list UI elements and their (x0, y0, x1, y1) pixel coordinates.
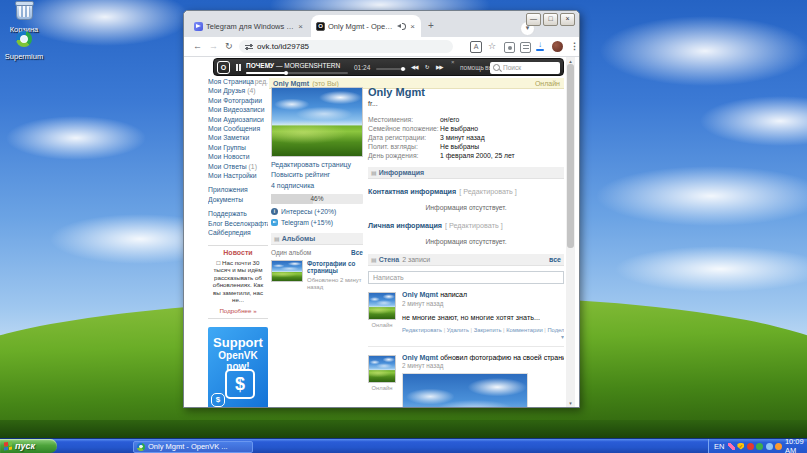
sidebar-item-audios[interactable]: Мои Аудиозаписи (208, 115, 268, 124)
sidebar-item-my-page[interactable]: Моя Страницаред. (208, 77, 268, 86)
edit-page-link[interactable]: Редактировать страницу (271, 161, 363, 168)
tab-close-icon[interactable]: × (409, 22, 416, 31)
volume-knob[interactable] (401, 67, 405, 71)
edit-link[interactable]: [ Редактировать ] (445, 221, 503, 230)
desktop-icon-supermium[interactable]: Supermium (0, 31, 48, 61)
download-icon[interactable]: ↓ (535, 40, 545, 51)
site-settings-icon[interactable] (245, 44, 253, 50)
player-close-icon[interactable]: × (451, 59, 455, 65)
next-track-icon[interactable]: ▶▶ (436, 64, 442, 70)
sidebar-item-friends[interactable]: Мои Друзья (4) (208, 86, 268, 95)
album-item[interactable]: Фотографии со страницы Обновлено 2 минут… (271, 260, 363, 291)
tray-shield-icon[interactable]: ✓ (737, 443, 744, 450)
sidebar-item-donate[interactable]: Поддержать (208, 209, 268, 218)
post-photo[interactable] (402, 373, 528, 407)
seek-bar[interactable] (246, 72, 348, 74)
sidebar-item-notes[interactable]: Мои Заметки (208, 133, 268, 142)
wall-all-link[interactable]: все (549, 254, 561, 265)
sidebar-item-videos[interactable]: Мои Видеозаписи (208, 105, 268, 114)
post-action-comments[interactable]: Комментарии (506, 327, 547, 333)
pause-button[interactable] (236, 64, 241, 71)
sidebar-item-cyberpedia[interactable]: Сайберпедия (208, 228, 268, 237)
post-timestamp[interactable]: 2 минут назад (402, 362, 564, 369)
post-author-link[interactable]: Only Mgmt (402, 354, 438, 361)
post-avatar[interactable] (368, 292, 396, 320)
tab-audio-speaker-icon[interactable] (397, 22, 406, 30)
address-bar[interactable]: ovk.to/id29785 (239, 40, 453, 53)
sidebar-item-settings[interactable]: Мои Настройки (208, 171, 268, 180)
previous-track-icon[interactable]: ◀◀ (411, 64, 417, 70)
boost-telegram-link[interactable]: Telegram (+15%) (271, 219, 363, 226)
post-action-edit[interactable]: Редактировать (402, 327, 447, 333)
search-input[interactable] (503, 64, 557, 71)
search-box[interactable] (490, 62, 560, 74)
owner-name[interactable]: Only Mgmt (273, 80, 309, 87)
tab-close-icon[interactable]: × (297, 22, 304, 31)
boost-interests-link[interactable]: iИнтересы (+20%) (271, 208, 363, 215)
sidebar-item-messages[interactable]: Мои Сообщения (208, 124, 268, 133)
start-button[interactable]: пуск (0, 439, 57, 453)
collapse-icon[interactable]: ▤ (371, 170, 377, 176)
extension-icon[interactable] (520, 42, 531, 53)
language-indicator[interactable]: EN (714, 442, 724, 451)
taskbar-task-openvk[interactable]: Only Mgmt - OpenVK ... (133, 441, 253, 453)
sidebar-item-photos[interactable]: Мои Фотографии (208, 96, 268, 105)
help-link[interactable]: помощь (460, 64, 484, 71)
new-tab-button[interactable]: + (424, 19, 438, 33)
bookmark-star-icon[interactable]: ☆ (488, 41, 496, 51)
sidebar-item-groups[interactable]: Мои Группы (208, 143, 268, 152)
close-button[interactable]: × (560, 13, 575, 26)
track-title[interactable]: ПОЧЕМУ — MORGENSHTERN (246, 62, 350, 69)
followers-link[interactable]: 4 подписчика (271, 182, 363, 189)
scroll-down-icon[interactable]: ▾ (566, 400, 575, 406)
sidebar-item-answers[interactable]: Мои Ответы (1) (208, 162, 268, 171)
seek-knob[interactable] (284, 71, 288, 75)
collapse-icon[interactable]: ▤ (274, 236, 280, 242)
post-action-share[interactable]: Поделиться (547, 327, 564, 333)
back-button[interactable]: ← (193, 41, 202, 51)
tab-telegram[interactable]: Telegram для Windows XP [1] - К × (189, 15, 309, 37)
post-author-link[interactable]: Only Mgmt (402, 291, 438, 298)
reload-button[interactable]: ↻ (225, 41, 233, 51)
desktop-icon-recycle-bin[interactable]: Корзина (0, 3, 48, 34)
translate-icon[interactable]: A (470, 41, 482, 53)
collapse-icon[interactable]: ▤ (371, 257, 377, 263)
tray-orange-icon[interactable] (775, 443, 782, 450)
post-action-delete[interactable]: Удалить (447, 327, 474, 333)
tab-openvk[interactable]: O Only Mgmt - OpenVK × (311, 15, 421, 37)
sidebar-item-blog[interactable]: Блог Веселокрафта (208, 219, 268, 228)
maximize-button[interactable]: □ (543, 13, 558, 26)
tray-volume-icon[interactable] (766, 443, 773, 450)
volume-slider[interactable] (376, 68, 406, 70)
minimize-button[interactable]: — (526, 13, 541, 26)
sidebar-item-apps[interactable]: Приложения (208, 185, 268, 194)
news-more-link[interactable]: Подробнее » (209, 307, 267, 314)
edit-link[interactable]: ред. (255, 77, 268, 86)
sidebar-item-news[interactable]: Мои Новости (208, 152, 268, 161)
support-openvk-banner[interactable]: Support OpenVK now! $ $ (208, 327, 268, 408)
profile-status[interactable]: fr... (368, 100, 564, 107)
post-action-pin[interactable]: Закрепить (474, 327, 507, 333)
album-title[interactable]: Фотографии со страницы (307, 260, 363, 275)
post-timestamp[interactable]: 2 минут назад (402, 300, 564, 307)
albums-all-link[interactable]: Все (351, 249, 363, 256)
tray-pencil-icon[interactable] (728, 443, 735, 450)
chevron-down-icon[interactable]: ▾ (561, 333, 564, 340)
tray-red-icon[interactable] (747, 443, 754, 450)
openvk-logo[interactable]: O (217, 61, 230, 74)
post-avatar[interactable] (368, 355, 396, 383)
edit-link[interactable]: [ Редактировать ] (459, 187, 517, 196)
album-thumbnail[interactable] (271, 260, 303, 282)
sidebar-item-documents[interactable]: Документы (208, 195, 268, 204)
profile-avatar[interactable] (552, 41, 563, 52)
boost-rating-link[interactable]: Повысить рейтинг (271, 171, 363, 178)
profile-photo[interactable] (271, 87, 363, 157)
wall-write-input[interactable] (368, 271, 564, 284)
repeat-icon[interactable]: ↻ (425, 64, 430, 70)
page-scrollbar[interactable]: ▴ ▾ (566, 57, 575, 407)
extension-icon[interactable] (504, 42, 515, 53)
menu-icon[interactable]: ⋮ (570, 41, 579, 51)
tray-green-icon[interactable] (756, 443, 763, 450)
forward-button[interactable]: → (209, 41, 218, 51)
scrollbar-thumb[interactable] (567, 64, 574, 248)
